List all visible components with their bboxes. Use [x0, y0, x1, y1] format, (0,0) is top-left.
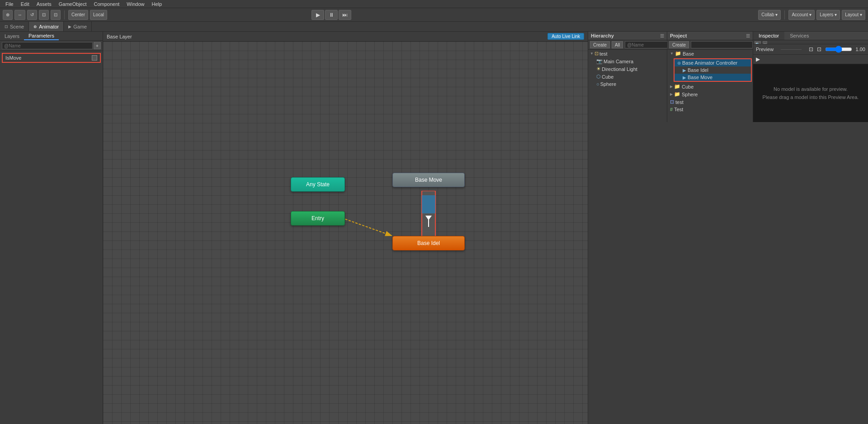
param-add-btn[interactable]: + — [94, 42, 101, 49]
inspector-tabs: Inspector Services — [753, 32, 868, 40]
scene-icon: ⊡ — [5, 24, 8, 29]
hierarchy-item-cube[interactable]: ⬡ Cube — [588, 73, 667, 80]
param-ismove-checkbox[interactable] — [92, 55, 97, 61]
animator-canvas: Base Layer Auto Live Link — [103, 32, 588, 424]
cube-icon: ⬡ — [596, 74, 601, 80]
project-create-btn[interactable]: Create — [669, 41, 689, 48]
hierarchy-create-btn[interactable]: Create — [590, 41, 610, 48]
project-highlighted-group: ⊛ Base Animator Controller ▶ Base Idel ▶… — [674, 58, 752, 82]
anim-icon-2: ▶ — [683, 75, 686, 80]
folder-icon-2: 📁 — [674, 84, 680, 90]
menu-file[interactable]: File — [2, 1, 17, 7]
project-item-base-move[interactable]: ▶ Base Move — [675, 74, 751, 81]
preview-body: No model is available for preview. Pleas… — [753, 64, 868, 122]
preview-icons-btn[interactable]: ⊡ — [809, 46, 813, 52]
panel-tabs: Layers Parameters — [0, 32, 103, 41]
project-panel: Project ☰ Create 🔍 ⊡ ▼ 📁 Base — [667, 32, 753, 122]
light-icon: ☀ — [596, 66, 601, 72]
menu-window[interactable]: Window — [123, 1, 148, 7]
toolbar-right: Collab ▾ Account ▾ Layers ▾ Layout ▾ — [758, 10, 865, 20]
hierarchy-item-main-camera[interactable]: 📷 Main Camera — [588, 57, 667, 65]
tab-game[interactable]: ▶ Game — [64, 22, 92, 31]
tab-animator[interactable]: ⊛ Animator — [29, 22, 64, 31]
preview-play-button[interactable]: ▶ — [756, 56, 760, 62]
param-search-bar: + — [0, 41, 103, 51]
menu-assets[interactable]: Assets — [33, 1, 55, 7]
toolbar-separator-1 — [64, 10, 65, 19]
hierarchy-item-test[interactable]: ▼ ⊡ test — [588, 50, 667, 57]
canvas-header: Base Layer Auto Live Link — [103, 32, 588, 42]
project-search-input[interactable] — [691, 41, 753, 48]
center-button[interactable]: Center — [68, 10, 88, 20]
project-item-base-animator[interactable]: ⊛ Base Animator Controller — [675, 59, 751, 66]
project-item-cube[interactable]: ▶ 📁 Cube — [667, 83, 753, 90]
inspector-content: Base Move -> Base Idel 1 AnimatorTransit… — [753, 40, 868, 44]
project-item-base-idel[interactable]: ▶ Base Idel — [675, 66, 751, 74]
tab-scene[interactable]: ⊡ Scene — [0, 22, 29, 31]
animator-graph[interactable]: Entry Any State Base Move — [103, 42, 588, 424]
camera-icon: 📷 — [596, 58, 603, 64]
menu-edit[interactable]: Edit — [17, 1, 33, 7]
tab-bar: ⊡ Scene ⊛ Animator ▶ Game — [0, 22, 868, 32]
tool-btn-1[interactable]: ⊕ — [3, 10, 13, 20]
layers-tab[interactable]: Layers — [0, 32, 24, 40]
animator-icon: ⊛ — [33, 24, 37, 29]
toolbar: ⊕ ↔ ↺ ⊡ ⊡ Center Local ▶ ⏸ ⏭ Collab ▾ Ac… — [0, 8, 868, 22]
preview-separator — [781, 49, 801, 50]
animator-params-panel: Layers Parameters + IsMove — [0, 32, 103, 424]
hierarchy-all-btn[interactable]: All — [612, 41, 623, 48]
step-button[interactable]: ⏭ — [339, 10, 351, 20]
project-item-sphere[interactable]: ▶ 📁 Sphere — [667, 90, 753, 98]
project-item-base[interactable]: ▼ 📁 Base — [667, 50, 753, 57]
menu-bar: File Edit Assets GameObject Component Wi… — [0, 0, 868, 8]
tool-btn-2[interactable]: ↔ — [14, 10, 25, 20]
param-ismove[interactable]: IsMove — [2, 53, 101, 63]
state-base-move-node[interactable]: Base Move — [392, 173, 465, 187]
hierarchy-item-directional-light[interactable]: ☀ Directional Light — [588, 65, 667, 73]
script-icon: # — [670, 107, 673, 112]
hierarchy-header: Hierarchy ☰ — [588, 32, 667, 40]
layout-dropdown[interactable]: Layout ▾ — [842, 10, 865, 20]
game-icon: ▶ — [68, 24, 71, 29]
folder-icon-3: 📁 — [674, 91, 680, 97]
menu-gameobject[interactable]: GameObject — [55, 1, 90, 7]
menu-component[interactable]: Component — [90, 1, 123, 7]
preview-section: Preview ⊡ ⊡ 1.00 ▶ No model is available… — [753, 44, 868, 122]
preview-options-btn[interactable]: ⊡ — [817, 46, 821, 52]
preview-controls: ▶ — [753, 55, 868, 64]
project-menu-icon[interactable]: ☰ — [746, 33, 750, 38]
state-entry-node[interactable]: Entry — [291, 211, 345, 226]
anim-icon: ▶ — [683, 68, 686, 73]
menu-help[interactable]: Help — [148, 1, 165, 7]
tab-inspector[interactable]: Inspector — [753, 32, 784, 40]
controller-icon: ⊛ — [677, 61, 681, 66]
canvas-title: Base Layer — [107, 34, 132, 39]
state-any-node[interactable]: Any State — [291, 177, 345, 192]
project-item-test[interactable]: ⊡ test — [667, 98, 753, 106]
tool-btn-3[interactable]: ↺ — [27, 10, 37, 20]
play-button[interactable]: ▶ — [311, 10, 324, 20]
layers-dropdown[interactable]: Layers ▾ — [816, 10, 840, 20]
collab-dropdown[interactable]: Collab ▾ — [758, 10, 781, 20]
prefab-icon: ⊡ — [670, 99, 674, 105]
state-base-idel-node[interactable]: Base Idel — [392, 236, 465, 250]
folder-icon: 📁 — [675, 51, 681, 57]
account-dropdown[interactable]: Account ▾ — [788, 10, 815, 20]
param-search-input[interactable] — [2, 42, 93, 49]
tab-services[interactable]: Services — [784, 32, 814, 40]
tool-btn-5[interactable]: ⊡ — [51, 10, 61, 20]
hierarchy-menu-icon[interactable]: ☰ — [660, 33, 664, 38]
preview-volume-slider[interactable] — [825, 46, 852, 53]
pause-button[interactable]: ⏸ — [325, 10, 338, 20]
tool-btn-4[interactable]: ⊡ — [39, 10, 49, 20]
project-item-Test[interactable]: # Test — [667, 106, 753, 113]
scene-icon: ⊡ — [594, 51, 599, 57]
inspector-panel: Inspector Services Base Move -> Base Ide… — [753, 32, 868, 122]
local-button[interactable]: Local — [90, 10, 107, 20]
parameters-tab[interactable]: Parameters — [24, 32, 59, 40]
play-controls: ▶ ⏸ ⏭ — [311, 10, 351, 20]
project-tree: ▼ 📁 Base ⊛ Base Animator Controller ▶ Ba… — [667, 50, 753, 122]
no-model-message: No model is available for preview. Pleas… — [763, 85, 859, 101]
hierarchy-item-sphere[interactable]: ○ Sphere — [588, 80, 667, 88]
auto-live-button[interactable]: Auto Live Link — [547, 33, 584, 40]
